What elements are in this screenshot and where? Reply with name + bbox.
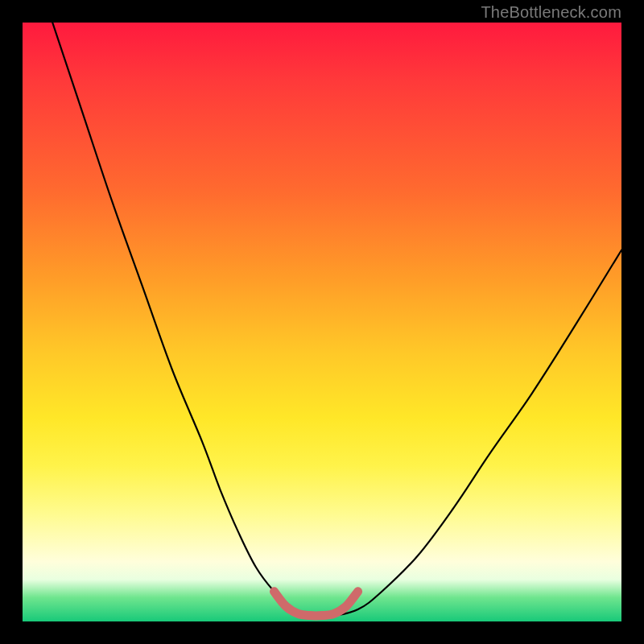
bottleneck-curve: [52, 23, 621, 617]
curve-svg: [23, 23, 621, 621]
watermark-text: TheBottleneck.com: [481, 3, 621, 22]
optimal-range-marker: [275, 592, 358, 616]
chart-frame: TheBottleneck.com: [0, 0, 644, 644]
plot-area: [23, 23, 621, 621]
